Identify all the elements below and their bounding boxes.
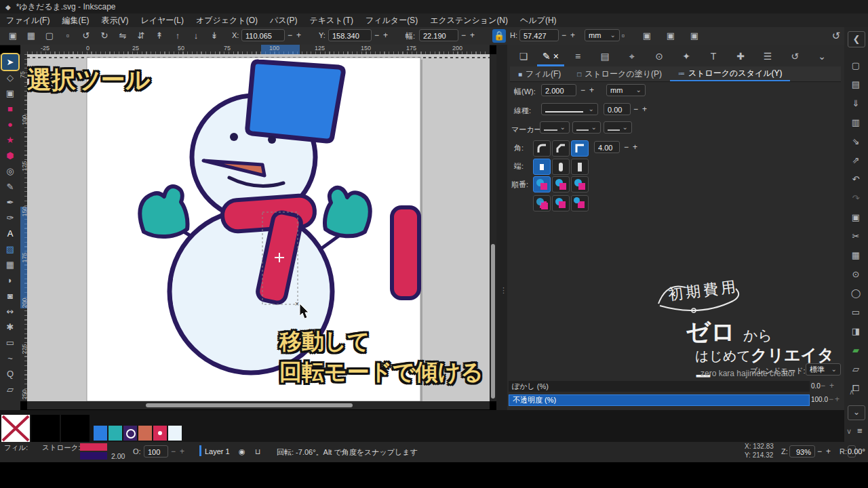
dash-pattern-dropdown[interactable]: ⌄	[541, 103, 598, 115]
move-gradients-toggle[interactable]: ▣	[663, 29, 678, 43]
commands-more-button[interactable]: ⌄	[848, 405, 865, 420]
star-tool[interactable]: ★	[2, 132, 18, 148]
canvas-viewport[interactable]: × 選択ツール 移動して 回転モードで傾ける	[27, 54, 490, 401]
snowman-left-eye[interactable]	[230, 133, 238, 141]
unit-dropdown[interactable]: mm⌄	[585, 29, 620, 41]
gradient-tool[interactable]: ▨	[2, 241, 18, 257]
swatch-black-2[interactable]	[61, 415, 90, 442]
undo-icon[interactable]: ↶	[848, 172, 864, 187]
fstab-stroke-style[interactable]: ≔ストロークのスタイル(Y)	[670, 66, 791, 81]
stroke-width-field[interactable]: 2.000	[541, 84, 576, 96]
x-spin[interactable]: −+	[288, 30, 305, 40]
blur-slider[interactable]: ぼかし (%)	[509, 381, 810, 392]
splitter-grip[interactable]: ⋮	[500, 286, 507, 295]
statusbar-opacity-spin[interactable]: −+	[171, 447, 189, 456]
tweak-tool[interactable]: ↭	[2, 304, 18, 319]
horizontal-scrollbar-thumb[interactable]	[146, 403, 353, 407]
x-field[interactable]: 110.065	[241, 29, 285, 41]
open-document-icon[interactable]: ▤	[848, 77, 864, 92]
width-field[interactable]: 22.190	[419, 29, 458, 41]
dash-offset-spin[interactable]: −+	[633, 104, 651, 114]
tab-symbols[interactable]: ✦	[673, 47, 700, 66]
lower-icon[interactable]: ↓	[189, 29, 203, 43]
layer-lock-icon[interactable]: ⊔	[255, 447, 261, 456]
spray-tool[interactable]: ✱	[2, 319, 18, 335]
export-icon[interactable]: ⇗	[848, 153, 864, 168]
menu-layer[interactable]: レイヤー(L)	[134, 14, 190, 27]
y-field[interactable]: 158.340	[328, 29, 372, 41]
selector-tool[interactable]: ➤	[2, 54, 18, 70]
palette-menu-icon[interactable]: ≡	[857, 426, 863, 436]
duplicate-icon[interactable]: ▱	[848, 362, 864, 377]
lock-ratio-toggle[interactable]: 🔒	[492, 29, 506, 43]
move-patterns-toggle[interactable]: ▣	[687, 29, 702, 43]
print-icon[interactable]: ▥	[848, 115, 864, 130]
new-document-icon[interactable]: ▢	[848, 58, 864, 73]
tab-history[interactable]: ↺	[781, 47, 808, 66]
copy-icon[interactable]: ▣	[848, 210, 864, 225]
vertical-ruler[interactable]: 75100125150175200225250	[20, 54, 27, 401]
pencil-tool[interactable]: ✎	[2, 179, 18, 195]
tab-overflow[interactable]: ⌄	[808, 47, 835, 66]
scale-corners-toggle[interactable]: ▣	[639, 29, 654, 43]
dock-collapse-icon[interactable]: ❮	[848, 31, 865, 47]
height-spin[interactable]: −+	[561, 30, 579, 40]
opacity-slider[interactable]: 不透明度 (%)	[509, 394, 810, 406]
menu-help[interactable]: ヘルプ(H)	[514, 14, 563, 27]
scale-stroke-toggle[interactable]: ▫	[616, 29, 631, 43]
cap-round-button[interactable]	[552, 159, 570, 175]
swatch-snow[interactable]	[168, 426, 182, 441]
zoom-drawing-icon[interactable]: ◯	[848, 286, 864, 301]
miter-limit-field[interactable]: 4.00	[594, 141, 620, 153]
swatch-crimson[interactable]	[153, 426, 167, 441]
paste-icon[interactable]: ▦	[848, 248, 864, 263]
swatch-purple[interactable]	[123, 426, 137, 441]
dock-splitter[interactable]: ⋮	[496, 45, 507, 419]
opacity-spin[interactable]: −+	[829, 394, 841, 404]
select-all-icon[interactable]: ▣	[5, 29, 20, 43]
fill-bounded-icon[interactable]: ▰	[848, 343, 864, 358]
miter-limit-spin[interactable]: −+	[624, 142, 642, 152]
tab-layers[interactable]: ≡	[564, 47, 591, 66]
pen-tool[interactable]: ✒	[2, 195, 18, 210]
rectangle-tool[interactable]: ■	[2, 101, 18, 117]
menu-file[interactable]: ファイル(F)	[0, 14, 56, 27]
menu-text[interactable]: テキスト(T)	[304, 14, 359, 27]
raise-icon[interactable]: ↑	[170, 29, 185, 43]
raise-to-top-icon[interactable]: ↟	[152, 29, 167, 43]
menu-extensions[interactable]: エクステンション(N)	[424, 14, 514, 27]
rotation-value[interactable]: 0.00°	[848, 447, 865, 455]
redo-icon[interactable]: ↷	[848, 191, 864, 206]
spiral-tool[interactable]: ◎	[2, 163, 18, 179]
width-spin[interactable]: −+	[461, 30, 479, 40]
ellipse-tool[interactable]: ●	[2, 117, 18, 132]
dash-offset-field[interactable]: 0.00	[604, 103, 631, 115]
swatch-blue[interactable]	[94, 426, 107, 441]
order-option-4[interactable]	[533, 195, 551, 211]
cut-icon[interactable]: ✂	[848, 229, 864, 244]
join-bevel-button[interactable]	[552, 140, 570, 157]
zoom-field[interactable]: 93%	[789, 445, 815, 458]
horizontal-ruler[interactable]: -250255075100125150175200225	[27, 45, 490, 54]
menu-edit[interactable]: 編集(E)	[56, 14, 95, 27]
tab-find[interactable]: ⊙	[646, 47, 673, 66]
mesh-tool[interactable]: ▦	[2, 257, 18, 272]
tab-transform[interactable]: ⌖	[618, 47, 646, 66]
join-round-button[interactable]	[533, 140, 551, 157]
tab-document-properties[interactable]: ❏	[510, 47, 537, 66]
tab-align[interactable]: ☰	[754, 47, 781, 66]
measure-tool[interactable]: ▱	[2, 382, 18, 397]
reset-values-button[interactable]: ↺	[829, 29, 844, 43]
swatch-salmon[interactable]	[138, 426, 152, 441]
zoom-page-icon[interactable]: ▭	[848, 305, 864, 320]
node-tool[interactable]: ◇	[2, 70, 18, 85]
marker-mid-dropdown[interactable]: ⌄	[572, 121, 601, 134]
zoom-tool[interactable]: Q	[2, 366, 18, 382]
swatch-black-1[interactable]	[31, 415, 60, 442]
calligraphy-tool[interactable]: ✑	[2, 210, 18, 226]
current-layer[interactable]: Layer 1	[205, 447, 230, 455]
swatch-none[interactable]	[1, 415, 30, 442]
selection-box-icon[interactable]: ▫	[60, 29, 75, 43]
fill-swatch[interactable]	[80, 443, 107, 451]
shape-builder-tool[interactable]: ▣	[2, 85, 18, 101]
